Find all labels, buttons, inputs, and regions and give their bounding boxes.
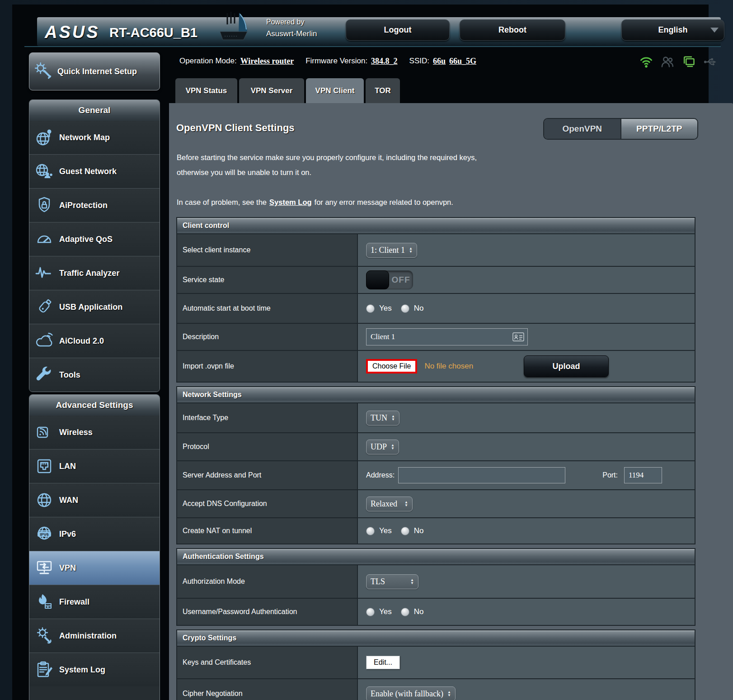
toggle-off-label: OFF [389, 275, 413, 285]
sidebar-item-wan[interactable]: WAN [29, 483, 160, 517]
sidebar-item-tools[interactable]: Tools [29, 358, 160, 392]
auto-start-yes-radio[interactable] [366, 304, 375, 313]
tab-vpn-status[interactable]: VPN Status [175, 78, 237, 103]
vpn-type-switch: OpenVPN PPTP/L2TP [543, 118, 698, 140]
language-label: English [658, 25, 687, 35]
shield-lock-icon [29, 195, 59, 215]
no-label: No [414, 304, 424, 313]
row-label: Select client instance [177, 234, 357, 266]
ssid-5g-link[interactable]: 66u_5G [449, 57, 476, 66]
operation-mode-label: Operation Mode: [179, 57, 237, 66]
select-arrows-icon: ▲▼ [404, 501, 408, 507]
header-divider [24, 46, 721, 47]
lan-clients-status-icon[interactable] [682, 55, 695, 69]
note-pre: In case of problem, see the [177, 198, 267, 206]
router-model: RT-AC66U_B1 [109, 25, 197, 40]
ethernet-port-icon [29, 456, 59, 476]
page-title: OpenVPN Client Settings [176, 122, 295, 134]
sidebar-item-system-log[interactable]: System Log [29, 653, 160, 686]
auto-start-no-radio[interactable] [401, 304, 409, 313]
firmware-version-link[interactable]: 384.8_2 [371, 57, 398, 66]
row-label: Create NAT on tunnel [177, 518, 357, 544]
description-input[interactable] [366, 328, 528, 345]
wifi-status-icon[interactable] [639, 55, 653, 69]
select-arrows-icon: ▲▼ [391, 415, 395, 421]
cipher-negotiation-select[interactable]: Enable (with fallback) ▲▼ [366, 686, 456, 700]
dns-config-select[interactable]: Relaxed ▲▼ [366, 497, 413, 511]
contact-card-icon [512, 332, 524, 341]
sidebar-item-aicloud[interactable]: AiCloud 2.0 [29, 324, 160, 358]
select-value: Enable (with fallback) [371, 689, 443, 699]
sidebar-item-administration[interactable]: Administration [29, 619, 160, 653]
sidebar-item-wireless[interactable]: Wireless [29, 416, 160, 449]
logout-button[interactable]: Logout [346, 19, 450, 41]
table-row: Description [177, 323, 695, 350]
chevron-down-icon [710, 28, 719, 33]
openvpn-tab-button[interactable]: OpenVPN [544, 119, 620, 139]
userpass-yes-radio[interactable] [366, 608, 375, 616]
protocol-select[interactable]: UDP ▲▼ [366, 440, 399, 454]
nat-no-radio[interactable] [401, 527, 409, 535]
client-instance-select[interactable]: 1: Client 1 ▲▼ [366, 243, 417, 258]
pptp-l2tp-tab-button[interactable]: PPTP/L2TP [620, 119, 698, 139]
network-settings-table: Network Settings Interface Type TUN ▲▼ P… [176, 386, 695, 544]
sidebar-item-label: Network Map [59, 132, 110, 142]
edit-keys-button[interactable]: Edit... [366, 656, 400, 669]
yes-label: Yes [379, 304, 392, 313]
interface-type-select[interactable]: TUN ▲▼ [366, 411, 399, 426]
sidebar-item-adaptive-qos[interactable]: Adaptive QoS [29, 222, 160, 256]
row-label: Automatic start at boot time [177, 294, 357, 323]
crypto-settings-table: Crypto Settings Keys and Certificates Ed… [176, 629, 695, 700]
service-state-toggle[interactable]: OFF [366, 270, 413, 289]
sidebar-item-usb-application[interactable]: USB Application [29, 290, 160, 324]
file-status-text: No file chosen [424, 362, 473, 371]
system-log-link[interactable]: System Log [269, 198, 312, 206]
usb-status-icon[interactable] [703, 55, 717, 69]
wrench-icon [29, 365, 59, 385]
sidebar-item-network-map[interactable]: Network Map [29, 121, 160, 154]
authentication-settings-header: Authentication Settings [177, 549, 695, 564]
table-row: Cipher Negotiation Enable (with fallback… [177, 678, 695, 700]
client-control-table: Client control Select client instance 1:… [176, 217, 695, 383]
sidebar-item-ipv6[interactable]: IPV6 IPv6 [29, 517, 160, 551]
choose-file-button[interactable]: Choose File [366, 359, 417, 374]
status-bar: Operation Mode: Wireless router Firmware… [179, 53, 480, 69]
sidebar-item-label: LAN [59, 461, 76, 471]
upload-button[interactable]: Upload [524, 355, 609, 377]
server-port-input[interactable] [624, 467, 662, 483]
clients-status-icon[interactable] [661, 55, 674, 69]
sidebar-item-label: AiProtection [59, 200, 108, 210]
row-label: Keys and Certificates [177, 647, 357, 678]
tab-vpn-server[interactable]: VPN Server [239, 78, 304, 103]
sidebar-item-traffic-analyzer[interactable]: Traffic Analyzer [29, 256, 160, 290]
sidebar-item-label: Firewall [59, 597, 89, 607]
server-address-input[interactable] [398, 467, 565, 483]
advanced-section-header: Advanced Settings [29, 395, 160, 416]
operation-mode-link[interactable]: Wireless router [240, 57, 294, 66]
sidebar-item-firewall[interactable]: Firewall [29, 585, 160, 619]
port-label: Port: [602, 471, 618, 479]
reboot-button[interactable]: Reboot [460, 19, 565, 41]
row-label: Accept DNS Configuration [177, 490, 357, 517]
sidebar-item-label: Traffic Analyzer [59, 268, 119, 278]
nat-yes-radio[interactable] [366, 527, 375, 535]
log-clipboard-icon [29, 660, 59, 680]
authorization-mode-select[interactable]: TLS ▲▼ [366, 574, 418, 589]
userpass-no-radio[interactable] [401, 608, 409, 616]
sidebar-item-label: IPv6 [59, 529, 76, 539]
language-select[interactable]: English [621, 19, 724, 41]
settings-tables: Client control Select client instance 1:… [176, 217, 695, 700]
no-label: No [414, 607, 424, 616]
ipv6-globe-icon: IPV6 [29, 524, 59, 544]
ssid-2g-link[interactable]: 66u [433, 57, 446, 66]
sidebar-item-lan[interactable]: LAN [29, 449, 160, 483]
tab-tor[interactable]: TOR [366, 78, 400, 103]
intro-line-1: Before starting the service make sure yo… [177, 150, 477, 165]
sidebar-item-guest-network[interactable]: Guest Network [29, 154, 160, 188]
sidebar-item-vpn[interactable]: VPN [29, 551, 160, 585]
sidebar-item-aiprotection[interactable]: AiProtection [29, 188, 160, 222]
row-label: Username/Password Authentication [177, 599, 357, 625]
yes-label: Yes [379, 526, 392, 535]
tab-vpn-client[interactable]: VPN Client [306, 78, 364, 104]
quick-internet-setup-button[interactable]: Quick Internet Setup [29, 52, 160, 90]
